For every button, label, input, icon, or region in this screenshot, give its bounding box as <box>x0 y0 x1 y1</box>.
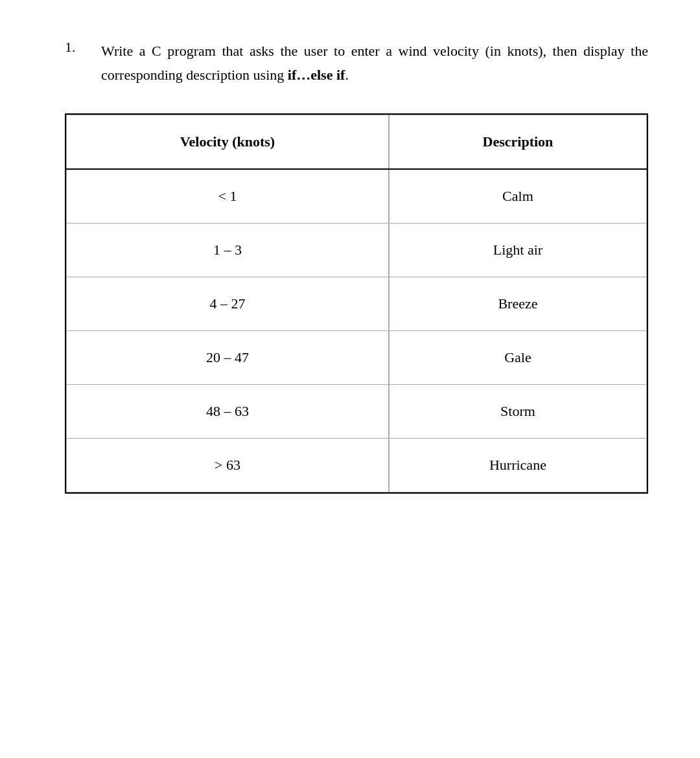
table-row: < 1Calm <box>67 169 647 224</box>
cell-velocity: < 1 <box>67 169 389 224</box>
question-number: 1. <box>65 39 91 56</box>
cell-description: Storm <box>389 384 647 438</box>
cell-velocity: 1 – 3 <box>67 223 389 277</box>
cell-velocity: 48 – 63 <box>67 384 389 438</box>
table-row: 20 – 47Gale <box>67 330 647 384</box>
wind-table-wrapper: Velocity (knots) Description < 1Calm1 – … <box>65 113 648 494</box>
table-row: 1 – 3Light air <box>67 223 647 277</box>
wind-table: Velocity (knots) Description < 1Calm1 – … <box>66 115 647 492</box>
table-header-row: Velocity (knots) Description <box>67 115 647 169</box>
table-row: > 63Hurricane <box>67 438 647 492</box>
cell-description: Hurricane <box>389 438 647 492</box>
table-row: 4 – 27Breeze <box>67 277 647 330</box>
page-content: 1. Write a C program that asks the user … <box>65 39 648 494</box>
question-text-part3: . <box>345 67 349 83</box>
cell-velocity: 4 – 27 <box>67 277 389 330</box>
table-row: 48 – 63Storm <box>67 384 647 438</box>
col-header-velocity: Velocity (knots) <box>67 115 389 169</box>
cell-description: Light air <box>389 223 647 277</box>
cell-velocity: 20 – 47 <box>67 330 389 384</box>
col-header-description: Description <box>389 115 647 169</box>
question-text-part1: Write a C program that asks the user to … <box>101 43 648 83</box>
cell-description: Gale <box>389 330 647 384</box>
question-body: Write a C program that asks the user to … <box>101 39 648 87</box>
question-block: 1. Write a C program that asks the user … <box>65 39 648 87</box>
keyword-bold: if…else if <box>288 67 345 83</box>
cell-description: Breeze <box>389 277 647 330</box>
cell-description: Calm <box>389 169 647 224</box>
cell-velocity: > 63 <box>67 438 389 492</box>
